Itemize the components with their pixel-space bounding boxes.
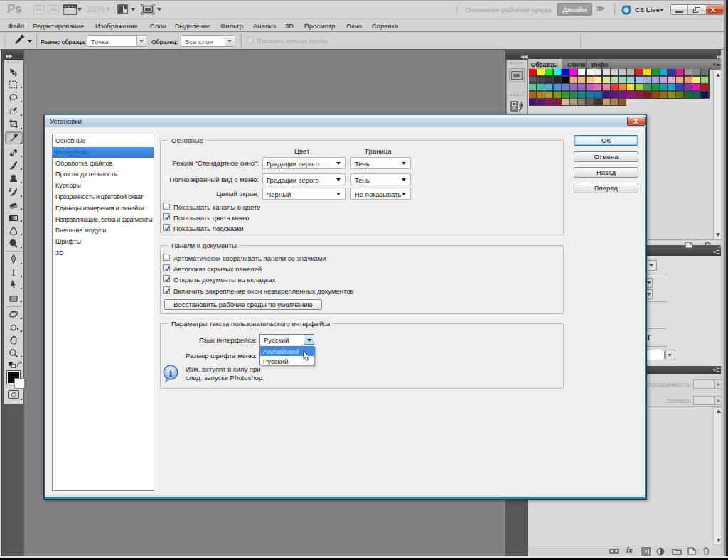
- svg-text:T: T: [11, 267, 17, 278]
- svg-text:i: i: [169, 367, 172, 379]
